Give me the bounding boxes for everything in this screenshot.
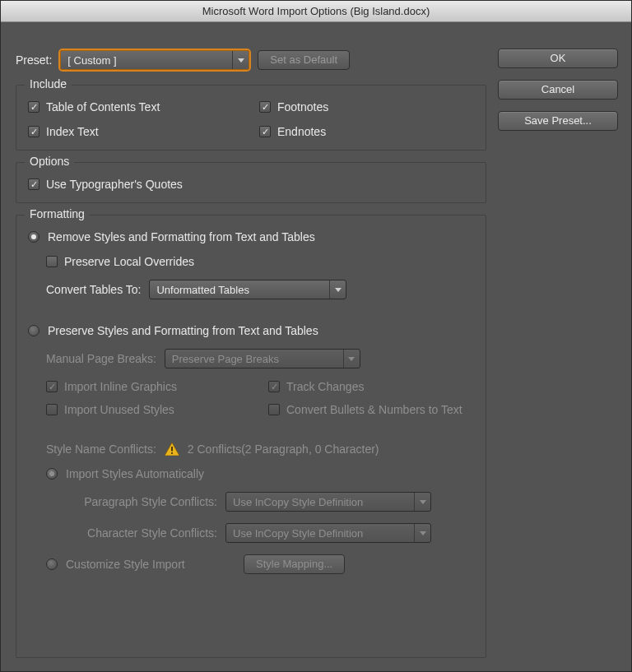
main-column: Preset: [ Custom ] Set as Default Includ… [16,35,498,658]
title-bar: Microsoft Word Import Options (Big Islan… [1,1,631,22]
character-conflicts-label: Character Style Conflicts: [64,526,217,540]
dialog-body: Preset: [ Custom ] Set as Default Includ… [1,22,631,671]
typographer-checkbox[interactable]: Use Typographer's Quotes [28,178,474,191]
style-conflicts-label: Style Name Conflicts: [46,443,156,456]
checkbox-icon [259,101,271,113]
checkbox-icon [268,404,280,415]
track-changes-checkbox: Track Changes [268,380,474,393]
convert-tables-label: Convert Tables To: [46,283,141,296]
import-inline-label: Import Inline Graphics [64,380,177,393]
manual-breaks-label: Manual Page Breaks: [46,352,156,365]
convert-bullets-label: Convert Bullets & Numbers to Text [286,403,462,416]
style-mapping-button: Style Mapping... [244,554,345,574]
preserve-local-label: Preserve Local Overrides [64,255,194,268]
customize-label: Customize Style Import [66,558,185,571]
character-conflicts-dropdown: Use InCopy Style Definition [225,523,431,543]
paragraph-conflicts-row: Paragraph Style Conflicts: Use InCopy St… [64,492,474,512]
remove-styles-label: Remove Styles and Formatting from Text a… [48,230,315,243]
convert-bullets-checkbox: Convert Bullets & Numbers to Text [268,403,474,416]
preserve-styles-radio[interactable]: Preserve Styles and Formatting from Text… [28,324,474,337]
warning-icon [165,443,179,456]
endnotes-checkbox[interactable]: Endnotes [259,125,474,138]
toc-checkbox[interactable]: Table of Contents Text [28,100,243,114]
include-legend: Include [25,77,72,90]
chevron-down-icon [414,524,430,542]
dialog-window: Microsoft Word Import Options (Big Islan… [0,0,632,672]
toc-label: Table of Contents Text [46,100,160,114]
ok-button[interactable]: OK [498,49,618,68]
character-conflicts-value: Use InCopy Style Definition [233,527,363,540]
track-changes-label: Track Changes [286,380,364,393]
remove-styles-radio[interactable]: Remove Styles and Formatting from Text a… [28,230,474,243]
cancel-button[interactable]: Cancel [498,80,618,100]
paragraph-conflicts-label: Paragraph Style Conflicts: [64,495,217,508]
typographer-label: Use Typographer's Quotes [46,178,183,191]
options-group: Options Use Typographer's Quotes [16,162,486,203]
manual-breaks-value: Preserve Page Breaks [172,353,279,365]
import-unused-label: Import Unused Styles [64,403,174,416]
save-preset-button[interactable]: Save Preset... [498,111,618,131]
import-unused-checkbox: Import Unused Styles [46,403,252,416]
chevron-down-icon [414,493,430,511]
customize-row: Customize Style Import Style Mapping... [46,554,474,574]
side-column: OK Cancel Save Preset... [498,35,618,658]
preset-label: Preset: [16,53,52,67]
radio-icon [46,558,58,570]
preserve-local-checkbox[interactable]: Preserve Local Overrides [46,255,474,268]
include-group: Include Table of Contents Text Footnotes… [16,85,486,151]
svg-rect-2 [171,452,173,454]
chevron-down-icon [343,350,360,368]
character-conflicts-row: Character Style Conflicts: Use InCopy St… [64,523,474,543]
import-auto-radio: Import Styles Automatically [46,467,474,480]
formatting-legend: Formatting [25,207,90,220]
svg-rect-1 [171,447,173,452]
set-as-default-button[interactable]: Set as Default [258,50,350,70]
preset-row: Preset: [ Custom ] Set as Default [16,50,486,70]
convert-tables-value: Unformatted Tables [156,284,249,296]
options-legend: Options [25,155,74,168]
preset-value: [ Custom ] [67,54,116,67]
style-conflicts-row: Style Name Conflicts: 2 Conflicts(2 Para… [46,443,474,456]
checkbox-icon [28,178,40,190]
checkbox-icon [28,101,40,113]
checkbox-icon [46,381,58,392]
checkbox-icon [46,256,58,267]
endnotes-label: Endnotes [277,125,326,138]
chevron-down-icon [329,280,346,299]
style-conflicts-text: 2 Conflicts(2 Paragraph, 0 Character) [188,443,379,456]
checkbox-icon [46,404,58,415]
paragraph-conflicts-value: Use InCopy Style Definition [233,496,363,508]
chevron-down-icon [232,51,249,69]
checkbox-icon [268,381,280,392]
radio-icon [46,468,58,480]
radio-icon [28,231,40,243]
convert-tables-row: Convert Tables To: Unformatted Tables [46,280,474,299]
convert-tables-dropdown[interactable]: Unformatted Tables [149,280,346,299]
preset-dropdown[interactable]: [ Custom ] [60,50,249,70]
paragraph-conflicts-dropdown: Use InCopy Style Definition [225,492,431,512]
footnotes-label: Footnotes [277,100,328,114]
manual-breaks-row: Manual Page Breaks: Preserve Page Breaks [46,349,474,368]
radio-icon [28,325,40,336]
index-label: Index Text [46,125,99,138]
index-checkbox[interactable]: Index Text [28,125,243,138]
formatting-group: Formatting Remove Styles and Formatting … [16,215,486,658]
customize-style-radio: Customize Style Import [46,558,235,571]
checkbox-icon [28,126,40,137]
import-inline-checkbox: Import Inline Graphics [46,380,252,393]
checkbox-icon [259,126,271,137]
preserve-styles-label: Preserve Styles and Formatting from Text… [48,324,318,337]
manual-breaks-dropdown: Preserve Page Breaks [165,349,360,368]
import-auto-label: Import Styles Automatically [66,467,204,480]
footnotes-checkbox[interactable]: Footnotes [259,100,474,114]
window-title: Microsoft Word Import Options (Big Islan… [202,5,430,17]
